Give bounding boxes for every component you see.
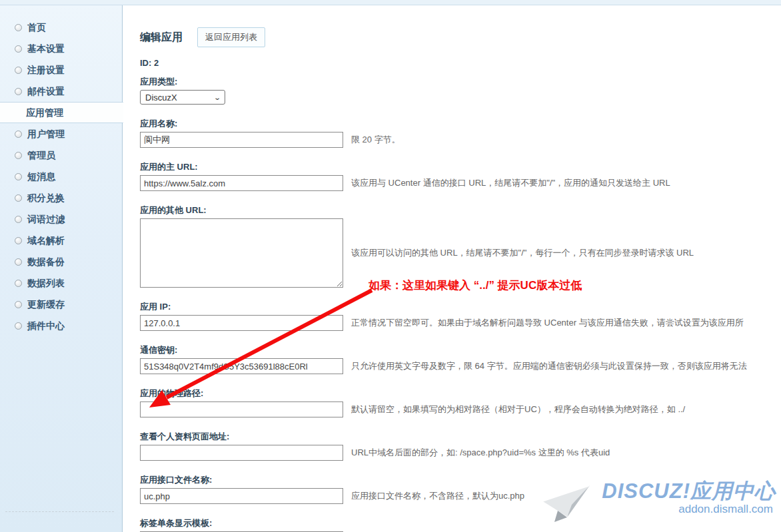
physical-path-input[interactable] (140, 401, 343, 417)
circle-bullet-icon (15, 301, 22, 308)
comm-key-input[interactable] (140, 358, 343, 374)
back-to-app-list-button[interactable]: 返回应用列表 (197, 27, 265, 47)
sidebar-item-user-management[interactable]: 用户管理 (0, 123, 122, 144)
sidebar-nav: 首页基本设置注册设置邮件设置应用管理用户管理管理员短消息积分兑换词语过滤域名解析… (0, 5, 123, 532)
app-type-label: 应用类型: (140, 76, 781, 87)
sidebar-item-label: 数据列表 (27, 272, 65, 294)
sidebar-item-home[interactable]: 首页 (0, 17, 122, 38)
paper-plane-icon (540, 484, 592, 524)
circle-bullet-icon (15, 322, 22, 330)
other-urls-textarea[interactable] (140, 218, 343, 288)
field-row-profile-url: 查看个人资料页面地址:URL中域名后面的部分，如: /space.php?uid… (140, 431, 781, 461)
sidebar-item-basic-settings[interactable]: 基本设置 (0, 38, 122, 59)
other-urls-label: 应用的其他 URL: (140, 204, 781, 216)
sidebar-item-label: 应用管理 (26, 102, 63, 123)
circle-bullet-icon (15, 24, 22, 31)
app-ip-label: 应用 IP: (140, 301, 781, 312)
field-row-comm-key: 通信密钥:只允许使用英文字母及数字，限 64 字节。应用端的通信密钥必须与此设置… (140, 344, 781, 374)
circle-bullet-icon (15, 45, 22, 53)
app-name-control-line: 限 20 字节。 (140, 132, 781, 148)
sidebar-item-administrators[interactable]: 管理员 (0, 144, 122, 166)
interface-filename-input[interactable] (140, 488, 343, 504)
sidebar-item-update-cache[interactable]: 更新缓存 (0, 294, 122, 315)
field-row-main-url: 应用的主 URL:该应用与 UCenter 通信的接口 URL，结尾请不要加"/… (140, 161, 781, 191)
sidebar-item-label: 插件中心 (27, 315, 65, 336)
main-url-input[interactable] (140, 175, 343, 191)
sidebar-item-label: 用户管理 (27, 123, 65, 144)
sidebar-item-data-list[interactable]: 数据列表 (0, 272, 122, 294)
main-url-control-line: 该应用与 UCenter 通信的接口 URL，结尾请不要加"/"，应用的通知只发… (140, 175, 781, 191)
comm-key-label: 通信密钥: (140, 344, 781, 356)
app-id-text: ID: 2 (140, 58, 781, 68)
sidebar-item-short-messages[interactable]: 短消息 (0, 166, 122, 187)
app-name-label: 应用名称: (140, 118, 781, 129)
circle-bullet-icon (15, 280, 22, 287)
field-row-app-name: 应用名称:限 20 字节。 (140, 118, 781, 148)
field-row-app-type: 应用类型:DiscuzX⌄ (140, 76, 781, 105)
physical-path-label: 应用的物理路径: (140, 388, 781, 399)
sidebar-item-data-backup[interactable]: 数据备份 (0, 251, 122, 272)
sidebar-item-label: 数据备份 (27, 251, 65, 272)
comm-key-control-line: 只允许使用英文字母及数字，限 64 字节。应用端的通信密钥必须与此设置保持一致，… (140, 358, 781, 374)
page: 首页基本设置注册设置邮件设置应用管理用户管理管理员短消息积分兑换词语过滤域名解析… (0, 0, 781, 532)
sidebar-item-domain-resolution[interactable]: 域名解析 (0, 230, 122, 251)
circle-bullet-icon (15, 258, 22, 266)
sidebar-item-label: 邮件设置 (27, 81, 65, 102)
top-strip (0, 0, 781, 5)
circle-bullet-icon (15, 237, 22, 244)
app-name-input[interactable] (140, 132, 343, 148)
title-row: 编辑应用 返回应用列表 (140, 27, 781, 47)
sidebar-item-label: 短消息 (27, 166, 55, 187)
sidebar-item-word-filter[interactable]: 词语过滤 (0, 208, 122, 230)
app-ip-hint: 正常情况下留空即可。如果由于域名解析问题导致 UCenter 与该应用通信失败，… (351, 317, 744, 329)
sidebar-item-label: 管理员 (27, 144, 55, 166)
app-type-select[interactable]: DiscuzX⌄ (140, 90, 225, 105)
main-url-hint: 该应用与 UCenter 通信的接口 URL，结尾请不要加"/"，应用的通知只发… (351, 177, 670, 189)
circle-bullet-icon (15, 152, 22, 159)
watermark-brand: DISCUZ!应用中心 (602, 480, 776, 503)
comm-key-hint: 只允许使用英文字母及数字，限 64 字节。应用端的通信密钥必须与此设置保持一致，… (351, 360, 747, 372)
chevron-down-icon: ⌄ (213, 94, 221, 101)
sidebar-item-label: 域名解析 (27, 230, 65, 251)
sidebar-item-label: 基本设置 (27, 38, 65, 59)
sidebar-item-register-settings[interactable]: 注册设置 (0, 59, 122, 81)
sidebar-item-label: 积分兑换 (27, 187, 65, 208)
field-row-other-urls: 应用的其他 URL:该应用可以访问的其他 URL，结尾请不要加"/"，每行一个，… (140, 204, 781, 288)
app-ip-control-line: 正常情况下留空即可。如果由于域名解析问题导致 UCenter 与该应用通信失败，… (140, 315, 781, 331)
sidebar-item-credit-exchange[interactable]: 积分兑换 (0, 187, 122, 208)
watermark-domain: addon.dismall.com (602, 503, 773, 516)
edit-app-form: 应用类型:DiscuzX⌄应用名称:限 20 字节。应用的主 URL:该应用与 … (140, 76, 781, 532)
field-row-physical-path: 应用的物理路径:默认请留空，如果填写的为相对路径（相对于UC），程序会自动转换为… (140, 388, 781, 417)
circle-bullet-icon (15, 173, 22, 180)
app-type-selected-value: DiscuzX (145, 93, 177, 103)
main-url-label: 应用的主 URL: (140, 161, 781, 172)
circle-bullet-icon (15, 216, 22, 223)
profile-url-hint: URL中域名后面的部分，如: /space.php?uid=%s 这里的 %s … (351, 447, 610, 459)
profile-url-input[interactable] (140, 445, 343, 461)
circle-bullet-icon (15, 194, 22, 202)
profile-url-control-line: URL中域名后面的部分，如: /space.php?uid=%s 这里的 %s … (140, 445, 781, 461)
annotation-text: 如果：这里如果键入 “../” 提示UC版本过低 (369, 278, 582, 293)
app-name-hint: 限 20 字节。 (351, 134, 400, 146)
circle-bullet-icon (15, 67, 22, 74)
field-row-app-ip: 应用 IP:正常情况下留空即可。如果由于域名解析问题导致 UCenter 与该应… (140, 301, 781, 331)
profile-url-label: 查看个人资料页面地址: (140, 431, 781, 442)
physical-path-hint: 默认请留空，如果填写的为相对路径（相对于UC），程序会自动转换为绝对路径，如 .… (351, 403, 685, 415)
sidebar-item-mail-settings[interactable]: 邮件设置 (0, 81, 122, 102)
sidebar-item-label: 更新缓存 (27, 294, 65, 315)
main-content: 编辑应用 返回应用列表 ID: 2 应用类型:DiscuzX⌄应用名称:限 20… (123, 5, 781, 532)
sidebar-item-label: 词语过滤 (27, 208, 65, 230)
circle-bullet-icon (15, 88, 22, 95)
page-title: 编辑应用 (140, 31, 183, 45)
sidebar-item-label: 注册设置 (27, 59, 65, 81)
sidebar-item-label: 首页 (27, 17, 46, 38)
app-ip-input[interactable] (140, 315, 343, 331)
interface-filename-hint: 应用接口文件名称，不含路径，默认为uc.php (351, 490, 524, 502)
sidebar-divider (5, 511, 114, 512)
sidebar-item-plugin-center[interactable]: 插件中心 (0, 315, 122, 336)
app-type-control-line: DiscuzX⌄ (140, 90, 781, 105)
physical-path-control-line: 默认请留空，如果填写的为相对路径（相对于UC），程序会自动转换为绝对路径，如 .… (140, 401, 781, 417)
watermark: DISCUZ!应用中心 addon.dismall.com (540, 480, 776, 524)
watermark-text: DISCUZ!应用中心 addon.dismall.com (602, 480, 776, 516)
sidebar-item-app-management[interactable]: 应用管理 (0, 102, 123, 123)
